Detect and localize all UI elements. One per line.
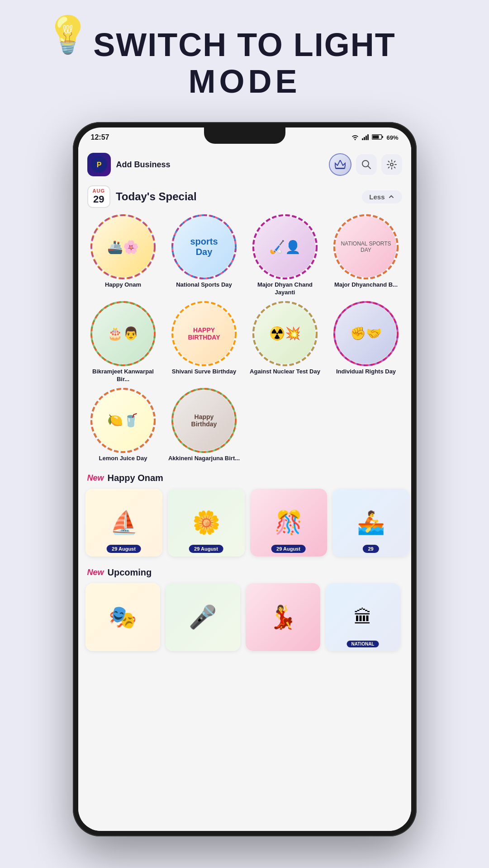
- onam-section-name: Happy Onam: [108, 473, 163, 483]
- less-button[interactable]: Less: [362, 190, 402, 203]
- svg-point-29: [91, 389, 155, 452]
- upcoming-card-1[interactable]: 🎭: [85, 583, 160, 651]
- lemon-circle: 🍋🥤: [91, 389, 155, 452]
- grid-item-sports[interactable]: sportsDay National Sports Day: [166, 215, 242, 297]
- onam-circle: 🚢🌸: [91, 215, 155, 278]
- onam-cards-row: ⛵ 29 August 🌼 29 August 🎊 29 August: [78, 485, 411, 564]
- shiv-circle: HAPPYBIRTHDAY: [172, 302, 236, 365]
- onam-card-1-image: ⛵ 29 August: [85, 489, 162, 557]
- svg-rect-5: [373, 135, 379, 138]
- onam-card-2-image: 🌼 29 August: [168, 489, 245, 557]
- grid-item-onam[interactable]: 🚢🌸 Happy Onam: [85, 215, 161, 297]
- upcoming-card-3[interactable]: 💃: [246, 583, 320, 651]
- upcoming-section-name: Upcoming: [108, 567, 152, 578]
- upcoming-card-1-image: 🎭: [85, 583, 160, 651]
- svg-point-14: [91, 215, 155, 278]
- onam-card-3[interactable]: 🎊 29 August: [250, 489, 327, 557]
- add-business-button[interactable]: Add Business: [116, 160, 323, 170]
- upcoming-cards-row: 🎭 🎤 💃 🏛 NATIONAL: [78, 580, 411, 658]
- onam-new-badge: New: [87, 473, 104, 483]
- promo-title-line2: MODE: [0, 63, 489, 100]
- dhyan-circle: 🏑👤: [253, 215, 317, 278]
- svg-point-20: [334, 215, 398, 278]
- date-month: AUG: [93, 188, 105, 193]
- date-day: 29: [93, 193, 105, 205]
- onam-card-1[interactable]: ⛵ 29 August: [85, 489, 162, 557]
- rights-circle: ✊🤝: [334, 302, 398, 365]
- grid-item-akk[interactable]: HappyBirthday Akkineni Nagarjuna Birt...: [166, 389, 242, 462]
- phone-frame: 12:57 69% P: [73, 122, 417, 836]
- grid-item-dhyan[interactable]: 🏑👤 Major Dhyan Chand Jayanti: [247, 215, 323, 297]
- onam-card-4-image: 🚣 29: [332, 489, 409, 557]
- dhyanb-circle: NATIONAL SPORTS DAY: [334, 215, 398, 278]
- bulb-icon: 💡: [45, 14, 90, 56]
- battery-percent: 69%: [386, 134, 398, 141]
- svg-point-12: [390, 163, 393, 166]
- svg-rect-0: [362, 138, 363, 140]
- svg-rect-6: [382, 136, 383, 138]
- onam-card-2[interactable]: 🌼 29 August: [168, 489, 245, 557]
- nuke-label: Against Nuclear Test Day: [250, 368, 320, 376]
- dhyan-label: Major Dhyan Chand Jayanti: [247, 281, 323, 297]
- status-time: 12:57: [91, 133, 109, 142]
- svg-point-23: [172, 302, 236, 365]
- app-logo: P: [87, 153, 111, 176]
- section-header: AUG 29 Today's Special Less: [78, 182, 411, 213]
- upcoming-card-2-image: 🎤: [166, 583, 240, 651]
- nuke-circle: ☢️💥: [253, 302, 317, 365]
- svg-point-25: [253, 302, 317, 365]
- akk-circle: HappyBirthday: [172, 389, 236, 452]
- upcoming-section-label: New Upcoming: [78, 564, 411, 580]
- onam-card-4[interactable]: 🚣 29: [332, 489, 409, 557]
- svg-rect-1: [364, 137, 365, 140]
- battery-icon: [372, 134, 384, 142]
- onam-card-4-date: 29: [362, 545, 379, 553]
- signal-icon: [362, 134, 369, 142]
- onam-card-3-image: 🎊 29 August: [250, 489, 327, 557]
- sports-circle: sportsDay: [172, 215, 236, 278]
- onam-card-2-date: 29 August: [189, 545, 223, 553]
- grid-item-shiv[interactable]: HAPPYBIRTHDAY Shivani Surve Birthday: [166, 302, 242, 383]
- items-grid: 🚢🌸 Happy Onam sportsDay National Sports …: [78, 213, 411, 469]
- volume-down-button: [73, 244, 74, 280]
- upcoming-card-4[interactable]: 🏛 NATIONAL: [326, 583, 400, 651]
- dhyanb-label: Major Dhyanchand B...: [334, 281, 398, 289]
- svg-point-18: [253, 215, 317, 278]
- section-title: Today's Special: [116, 190, 356, 203]
- svg-rect-3: [367, 134, 369, 140]
- rights-label: Individual Rights Day: [336, 368, 396, 376]
- upcoming-new-badge: New: [87, 568, 104, 577]
- onam-section-label: New Happy Onam: [78, 469, 411, 485]
- sports-label: National Sports Day: [176, 281, 232, 289]
- app-content[interactable]: P Add Business: [78, 147, 411, 831]
- onam-label: Happy Onam: [105, 281, 141, 289]
- wifi-icon: [351, 134, 359, 142]
- lemon-label: Lemon Juice Day: [99, 455, 147, 462]
- status-icons: 69%: [351, 134, 398, 142]
- settings-button[interactable]: [381, 154, 402, 175]
- bik-label: Bikramjeet Kanwarpal Bir...: [85, 368, 161, 383]
- onam-card-1-date: 29 August: [106, 545, 141, 553]
- top-actions: [329, 153, 402, 176]
- upcoming-card-3-image: 💃: [246, 583, 320, 651]
- grid-item-dhyanb[interactable]: NATIONAL SPORTS DAY Major Dhyanchand B..…: [328, 215, 404, 297]
- grid-item-bik[interactable]: 🎂👨 Bikramjeet Kanwarpal Bir...: [85, 302, 161, 383]
- bik-circle: 🎂👨: [91, 302, 155, 365]
- power-button: [416, 249, 417, 303]
- svg-line-11: [368, 166, 370, 169]
- svg-text:P: P: [96, 161, 101, 169]
- upcoming-card-2[interactable]: 🎤: [166, 583, 240, 651]
- svg-rect-9: [336, 168, 345, 169]
- date-badge: AUG 29: [87, 185, 110, 208]
- phone-screen: 12:57 69% P: [78, 127, 411, 831]
- upcoming-card-4-image: 🏛 NATIONAL: [326, 583, 400, 651]
- volume-up-button: [73, 212, 74, 235]
- grid-item-rights[interactable]: ✊🤝 Individual Rights Day: [328, 302, 404, 383]
- grid-item-nuke[interactable]: ☢️💥 Against Nuclear Test Day: [247, 302, 323, 383]
- notch: [204, 127, 285, 144]
- search-button[interactable]: [356, 154, 377, 175]
- shiv-label: Shivani Surve Birthday: [172, 368, 236, 376]
- grid-item-lemon[interactable]: 🍋🥤 Lemon Juice Day: [85, 389, 161, 462]
- crown-button[interactable]: [329, 153, 351, 176]
- top-bar: P Add Business: [78, 147, 411, 182]
